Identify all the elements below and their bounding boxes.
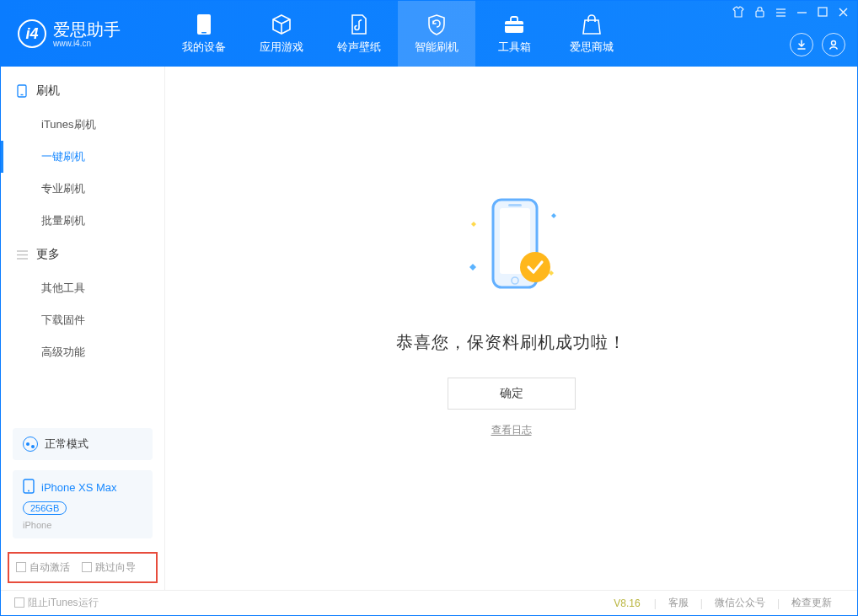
tab-toolbox[interactable]: 工具箱 bbox=[475, 1, 553, 67]
highlighted-options: 自动激活 跳过向导 bbox=[8, 552, 158, 583]
phone-small-icon bbox=[16, 85, 28, 97]
section-title: 更多 bbox=[36, 247, 60, 262]
success-message: 恭喜您，保资料刷机成功啦！ bbox=[396, 331, 626, 354]
device-icon bbox=[196, 13, 212, 35]
sidebar-item-download-firmware[interactable]: 下载固件 bbox=[1, 304, 164, 336]
checkbox-skip-guide[interactable]: 跳过向导 bbox=[82, 560, 136, 575]
svg-rect-9 bbox=[818, 8, 827, 16]
svg-rect-2 bbox=[505, 21, 523, 33]
tab-label: 应用游戏 bbox=[260, 40, 303, 55]
device-name: iPhone XS Max bbox=[41, 481, 117, 494]
section-title: 刷机 bbox=[36, 83, 60, 99]
close-icon[interactable] bbox=[838, 7, 849, 20]
device-capacity: 256GB bbox=[23, 501, 67, 515]
checkbox-auto-activate[interactable]: 自动激活 bbox=[16, 560, 70, 575]
svg-point-12 bbox=[832, 41, 836, 46]
sidebar-item-itunes-flash[interactable]: iTunes刷机 bbox=[1, 109, 164, 141]
tab-my-device[interactable]: 我的设备 bbox=[165, 1, 243, 67]
device-type: iPhone bbox=[23, 520, 51, 530]
lock-icon[interactable] bbox=[754, 6, 765, 20]
toolbox-icon bbox=[503, 13, 525, 35]
checkbox-block-itunes[interactable]: 阻止iTunes运行 bbox=[14, 596, 99, 610]
svg-rect-4 bbox=[756, 11, 764, 17]
success-illustration bbox=[427, 186, 596, 313]
mode-label: 正常模式 bbox=[45, 437, 88, 452]
tab-store[interactable]: 爱思商城 bbox=[553, 1, 630, 67]
sidebar-item-oneclick-flash[interactable]: 一键刷机 bbox=[1, 141, 164, 173]
minimize-icon[interactable] bbox=[796, 7, 807, 20]
account-button[interactable] bbox=[822, 33, 845, 56]
sidebar-item-other-tools[interactable]: 其他工具 bbox=[1, 272, 164, 304]
svg-point-24 bbox=[520, 252, 550, 282]
footer-link-update[interactable]: 检查更新 bbox=[780, 596, 844, 610]
section-more: 更多 bbox=[1, 237, 164, 272]
nav-tabs: 我的设备 应用游戏 铃声壁纸 智能刷机 bbox=[165, 1, 630, 67]
normal-mode-icon bbox=[23, 437, 38, 452]
tshirt-icon[interactable] bbox=[732, 6, 744, 20]
window-controls bbox=[732, 6, 849, 20]
tab-label: 爱思商城 bbox=[570, 40, 614, 55]
svg-rect-0 bbox=[197, 14, 211, 35]
tab-apps-games[interactable]: 应用游戏 bbox=[243, 1, 320, 67]
tab-smart-flash[interactable]: 智能刷机 bbox=[398, 1, 475, 67]
mode-card[interactable]: 正常模式 bbox=[13, 428, 153, 460]
menu-small-icon bbox=[16, 249, 28, 260]
tab-label: 工具箱 bbox=[498, 40, 531, 55]
section-flash: 刷机 bbox=[1, 73, 164, 109]
view-log-link[interactable]: 查看日志 bbox=[491, 424, 532, 436]
menu-icon[interactable] bbox=[775, 7, 786, 20]
logo-title: 爱思助手 bbox=[53, 20, 121, 39]
tab-label: 智能刷机 bbox=[415, 40, 458, 55]
svg-point-19 bbox=[28, 490, 29, 492]
tab-label: 我的设备 bbox=[182, 40, 226, 55]
svg-rect-1 bbox=[201, 32, 206, 34]
footer-link-support[interactable]: 客服 bbox=[657, 596, 700, 610]
logo-icon: i4 bbox=[18, 19, 46, 48]
shield-refresh-icon bbox=[426, 13, 447, 35]
phone-blue-icon bbox=[23, 479, 35, 496]
tab-label: 铃声壁纸 bbox=[337, 40, 381, 55]
store-bag-icon bbox=[582, 13, 601, 35]
footer-link-wechat[interactable]: 微信公众号 bbox=[703, 596, 777, 610]
sidebar-item-advanced[interactable]: 高级功能 bbox=[1, 336, 164, 368]
sidebar-item-pro-flash[interactable]: 专业刷机 bbox=[1, 173, 164, 205]
svg-rect-3 bbox=[505, 24, 523, 26]
cube-icon bbox=[271, 13, 292, 35]
version-label: V8.16 bbox=[614, 597, 640, 609]
maximize-icon[interactable] bbox=[818, 7, 828, 19]
device-card[interactable]: iPhone XS Max 256GB iPhone bbox=[13, 470, 153, 538]
music-file-icon bbox=[350, 13, 368, 35]
ok-button[interactable]: 确定 bbox=[448, 378, 576, 410]
svg-rect-22 bbox=[508, 204, 522, 206]
app-logo: i4 爱思助手 www.i4.cn bbox=[1, 19, 165, 48]
download-button[interactable] bbox=[790, 33, 813, 56]
logo-subtitle: www.i4.cn bbox=[53, 39, 121, 48]
tab-ringtone-wallpaper[interactable]: 铃声壁纸 bbox=[320, 1, 398, 67]
sidebar-item-batch-flash[interactable]: 批量刷机 bbox=[1, 205, 164, 237]
